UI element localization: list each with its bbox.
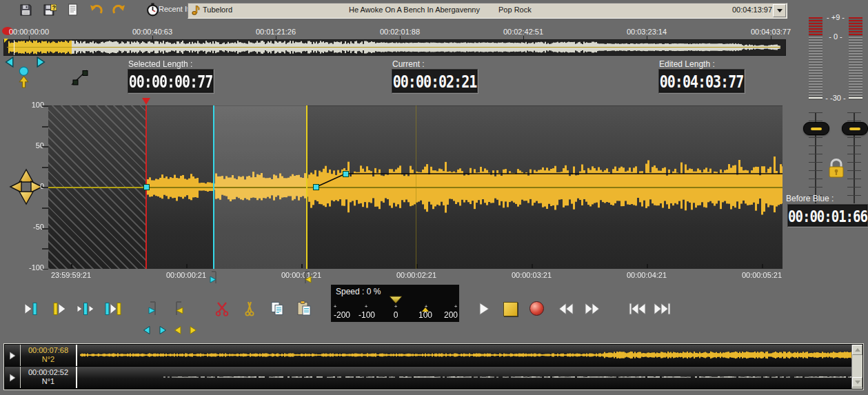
person-up-icon bbox=[17, 66, 31, 88]
cyan-flag-icon bbox=[208, 271, 219, 285]
play-selection-button[interactable] bbox=[103, 301, 123, 316]
track-waveform-canvas[interactable] bbox=[80, 367, 854, 387]
save-as-icon: ? bbox=[43, 4, 57, 16]
time-tick bbox=[301, 264, 303, 268]
yellow-flag-marker[interactable] bbox=[302, 271, 313, 287]
fast-forward-button[interactable] bbox=[583, 301, 601, 316]
play-button[interactable] bbox=[477, 301, 491, 316]
cyan-flag-marker[interactable] bbox=[208, 271, 219, 287]
paste-button[interactable] bbox=[296, 300, 312, 317]
track-play-button[interactable] bbox=[5, 367, 21, 388]
tracks-scrollbar[interactable] bbox=[851, 345, 862, 389]
timer-button[interactable] bbox=[145, 2, 159, 17]
channel-link-lock[interactable] bbox=[827, 157, 846, 179]
music-note-icon bbox=[192, 5, 201, 15]
envelope-point[interactable] bbox=[143, 184, 150, 190]
undo-button[interactable] bbox=[89, 3, 103, 15]
track-info: 00:00:02:52 N°1 bbox=[21, 367, 77, 388]
scroll-right-button[interactable] bbox=[35, 57, 46, 68]
current-label: Current : bbox=[392, 59, 425, 69]
jump-to-cursor-button[interactable] bbox=[16, 65, 31, 88]
speed-tick: + bbox=[320, 303, 350, 310]
copy-icon bbox=[270, 301, 284, 316]
nudge-yellow-left-button[interactable] bbox=[173, 325, 183, 336]
time-tick bbox=[532, 264, 533, 268]
skip-to-end-button[interactable] bbox=[653, 301, 672, 316]
set-cyan-marker-button[interactable] bbox=[145, 300, 161, 318]
scroll-down-button[interactable] bbox=[852, 377, 862, 387]
scissors-red-icon bbox=[214, 301, 230, 316]
rewind-button[interactable] bbox=[557, 301, 575, 316]
save-as-button[interactable]: ? bbox=[43, 3, 57, 16]
combobox-dropdown-button[interactable] bbox=[773, 4, 786, 17]
scroll-left-button[interactable] bbox=[4, 57, 15, 68]
envelope-tool-button[interactable] bbox=[69, 68, 89, 88]
new-document-button[interactable] bbox=[67, 3, 78, 16]
volume-slider-right-handle[interactable] bbox=[842, 122, 868, 135]
play-around-marker-button[interactable] bbox=[76, 301, 95, 316]
selected-length-label: Selected Length : bbox=[128, 59, 192, 69]
edited-length-label: Edited Length : bbox=[659, 59, 715, 69]
track-row: 00:00:02:52 N°1 bbox=[5, 367, 862, 388]
overview-waveform[interactable] bbox=[3, 39, 786, 56]
skip-to-start-button[interactable] bbox=[627, 301, 647, 316]
ruler-tick-label: 00:02:42:51 bbox=[482, 28, 565, 36]
rewind-icon bbox=[558, 302, 574, 316]
track-time: 00:00:07:68 bbox=[21, 346, 76, 355]
track-info: 00:00:07:68 N°2 bbox=[21, 345, 77, 366]
main-waveform-view[interactable] bbox=[48, 105, 783, 269]
scroll-up-button[interactable] bbox=[852, 345, 862, 355]
volume-slider-left-handle[interactable] bbox=[803, 122, 829, 135]
cut-button[interactable] bbox=[214, 301, 230, 317]
play-from-yellow-marker-button[interactable] bbox=[51, 301, 69, 316]
play-icon bbox=[9, 374, 16, 382]
song-genre: Pop Rock bbox=[498, 6, 532, 14]
redo-button[interactable] bbox=[112, 3, 125, 15]
play-around-marker-icon bbox=[77, 302, 94, 316]
speed-tick: + bbox=[351, 303, 381, 310]
document-icon bbox=[68, 3, 78, 16]
track-play-button[interactable] bbox=[5, 345, 21, 366]
envelope-point[interactable] bbox=[313, 184, 319, 190]
record-button[interactable] bbox=[529, 301, 544, 316]
ruler-tick-label: 00:01:21:26 bbox=[234, 28, 317, 36]
play-icon bbox=[478, 302, 490, 316]
save-icon bbox=[20, 4, 32, 16]
track-name: N°2 bbox=[21, 355, 76, 364]
trim-button[interactable] bbox=[243, 301, 256, 317]
ruler-tick-label: 00:02:01:88 bbox=[359, 28, 441, 36]
plot-time-label: 00:00:03:21 bbox=[490, 271, 573, 279]
triangle-left-icon bbox=[143, 325, 151, 335]
speed-scale-label: 0 bbox=[381, 310, 411, 320]
y-axis-label: -50 bbox=[17, 223, 44, 231]
speed-panel: Speed : 0 % + + + + + -200 -100 0 100 20… bbox=[331, 285, 459, 322]
envelope-point[interactable] bbox=[343, 171, 349, 177]
set-yellow-marker-button[interactable] bbox=[171, 300, 186, 318]
meter-bottom-label: - -30 - bbox=[820, 94, 851, 102]
time-tick bbox=[186, 264, 188, 268]
nudge-cyan-right-button[interactable] bbox=[158, 325, 168, 336]
vu-meter-right bbox=[849, 17, 862, 100]
save-button[interactable] bbox=[19, 3, 32, 16]
stop-button[interactable] bbox=[503, 302, 518, 316]
track-waveform-canvas[interactable] bbox=[80, 345, 854, 365]
y-axis-ticks bbox=[42, 105, 48, 270]
redo-icon bbox=[112, 4, 125, 15]
recent-items-combobox[interactable]: Tubelord He Awoke On A Bench In Abergave… bbox=[188, 3, 787, 19]
triangle-left-icon bbox=[5, 57, 14, 68]
play-to-cyan-marker-button[interactable] bbox=[22, 301, 40, 316]
vu-meter-left bbox=[809, 17, 822, 100]
time-tick bbox=[647, 264, 648, 268]
plot-time-label: 23:59:59:21 bbox=[30, 271, 112, 279]
playhead-triangle[interactable] bbox=[142, 98, 150, 105]
plot-time-label: 00:00:02:21 bbox=[375, 271, 458, 279]
play-selection-icon bbox=[104, 302, 122, 316]
triangle-right-icon bbox=[189, 325, 197, 335]
nudge-yellow-right-button[interactable] bbox=[188, 325, 198, 336]
set-cyan-marker-icon bbox=[146, 301, 160, 317]
play-to-marker-icon bbox=[23, 302, 39, 316]
track-list-panel: 00:00:07:68 N°2 00:00:02:52 N°1 bbox=[3, 343, 864, 390]
nudge-cyan-left-button[interactable] bbox=[142, 325, 152, 336]
ruler-tick-label: 00:00:40:63 bbox=[111, 28, 194, 36]
copy-button[interactable] bbox=[270, 301, 285, 317]
